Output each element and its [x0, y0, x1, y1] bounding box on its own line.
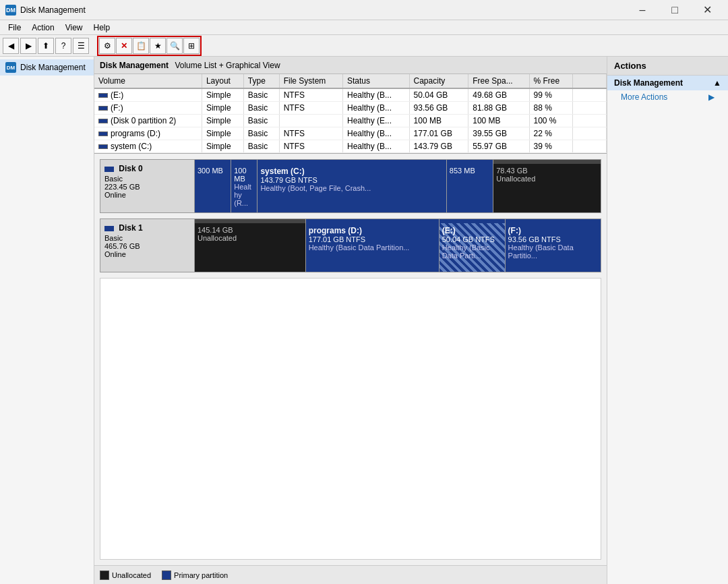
actions-collapse-icon: ▲: [713, 78, 721, 88]
minimize-button[interactable]: –: [627, 0, 658, 20]
cell-fs: NTFS: [279, 102, 342, 115]
window-controls: – □ ✕: [627, 0, 723, 20]
col-free[interactable]: Free Spa...: [468, 74, 529, 88]
legend-unallocated-box: [100, 571, 109, 580]
menu-help[interactable]: Help: [88, 22, 116, 34]
legend-unallocated-label: Unallocated: [112, 571, 151, 579]
cell-layout: Simple: [202, 88, 243, 102]
disk-partition[interactable]: system (C:)143.79 GB NTFSHealthy (Boot, …: [257, 160, 446, 212]
empty-disk-area: [100, 278, 601, 560]
cell-extra: [573, 127, 607, 140]
graphical-view: Disk 0 Basic 223.45 GB Online 300 MB100 …: [94, 154, 607, 565]
col-extra: [573, 74, 607, 88]
legend: Unallocated Primary partition: [94, 565, 607, 584]
tab-label: Disk Management: [100, 61, 169, 70]
legend-primary-box: [162, 571, 171, 580]
col-status[interactable]: Status: [343, 74, 410, 88]
close-button[interactable]: ✕: [692, 0, 723, 20]
cell-layout: Simple: [202, 127, 243, 140]
cell-pct: 39 %: [529, 140, 573, 153]
table-row[interactable]: programs (D:) Simple Basic NTFS Healthy …: [94, 127, 607, 140]
menu-file[interactable]: File: [3, 22, 26, 34]
cell-extra: [573, 115, 607, 127]
disk-partition[interactable]: 78.43 GBUnallocated: [493, 160, 601, 212]
disconnect-button[interactable]: ✕: [116, 38, 132, 54]
disk0-name: Disk 0: [104, 164, 190, 173]
refresh-button[interactable]: ★: [150, 38, 166, 54]
toolbar: ◀ ▶ ⬆ ? ☰ ⚙ ✕ 📋 ★ 🔍 ⊞: [0, 35, 728, 57]
table-row[interactable]: (F:) Simple Basic NTFS Healthy (B... 93.…: [94, 102, 607, 115]
forward-button[interactable]: ▶: [20, 38, 36, 54]
disk1-status: Online: [104, 250, 190, 258]
disk1-info: Disk 1 Basic 465.76 GB Online: [100, 219, 195, 272]
cell-free: 55.97 GB: [468, 140, 529, 153]
actions-more-arrow: ▶: [708, 92, 715, 102]
cell-layout: Simple: [202, 140, 243, 153]
app-icon: DM: [5, 5, 16, 16]
actions-more-label: More Actions: [621, 92, 667, 102]
col-capacity[interactable]: Capacity: [409, 74, 468, 88]
legend-primary-label: Primary partition: [174, 571, 228, 579]
actions-section-title[interactable]: Disk Management ▲: [607, 76, 728, 90]
cell-free: 100 MB: [468, 115, 529, 127]
cell-capacity: 100 MB: [409, 115, 468, 127]
help-button[interactable]: ?: [55, 38, 71, 54]
up-button[interactable]: ⬆: [38, 38, 54, 54]
tab-bar: Disk Management Volume List + Graphical …: [94, 57, 607, 74]
disk0-status: Online: [104, 191, 190, 199]
disk0-type: Basic: [104, 175, 190, 183]
cell-type: Basic: [243, 88, 279, 102]
disk1-row: Disk 1 Basic 465.76 GB Online 145.14 GBU…: [100, 218, 601, 272]
disk-partition[interactable]: (F:)93.56 GB NTFSHealthy (Basic Data Par…: [506, 219, 601, 272]
cell-fs: NTFS: [279, 127, 342, 140]
col-pct[interactable]: % Free: [529, 74, 573, 88]
maximize-button[interactable]: □: [659, 0, 690, 20]
volume-table: Volume Layout Type File System Status Ca…: [94, 74, 607, 153]
actions-more[interactable]: More Actions ▶: [607, 90, 728, 104]
nav-item-label: Disk Management: [20, 63, 86, 72]
cell-status: Healthy (B...: [343, 88, 410, 102]
cell-volume: (E:): [94, 88, 202, 102]
cell-status: Healthy (B...: [343, 127, 410, 140]
col-filesystem[interactable]: File System: [279, 74, 342, 88]
disk0-info: Disk 0 Basic 223.45 GB Online: [100, 160, 195, 212]
disk-partition[interactable]: programs (D:)177.01 GB NTFSHealthy (Basi…: [306, 219, 439, 272]
cell-free: 81.88 GB: [468, 102, 529, 115]
nav-item-disk-management[interactable]: DM Disk Management: [0, 59, 94, 76]
col-type[interactable]: Type: [243, 74, 279, 88]
cell-type: Basic: [243, 102, 279, 115]
col-volume[interactable]: Volume: [94, 74, 202, 88]
main-layout: DM Disk Management Disk Management Volum…: [0, 57, 728, 584]
disk0-size: 223.45 GB: [104, 183, 190, 191]
disk-partition[interactable]: 300 MB: [195, 160, 231, 212]
search-button[interactable]: 🔍: [166, 38, 183, 54]
back-button[interactable]: ◀: [3, 38, 19, 54]
actions-panel: Actions Disk Management ▲ More Actions ▶: [607, 57, 728, 584]
disk-partition[interactable]: 100 MBHealthy (R...: [231, 160, 257, 212]
col-layout[interactable]: Layout: [202, 74, 243, 88]
new-button[interactable]: 📋: [133, 38, 149, 54]
cell-volume: (F:): [94, 102, 202, 115]
menu-action[interactable]: Action: [26, 22, 59, 34]
table-row[interactable]: system (C:) Simple Basic NTFS Healthy (B…: [94, 140, 607, 153]
cell-status: Healthy (B...: [343, 140, 410, 153]
disk-partition[interactable]: 853 MB: [447, 160, 493, 212]
disk-partition[interactable]: 145.14 GBUnallocated: [195, 219, 306, 272]
cell-capacity: 177.01 GB: [409, 127, 468, 140]
cell-volume: (Disk 0 partition 2): [94, 115, 202, 127]
table-row[interactable]: (Disk 0 partition 2) Simple Basic Health…: [94, 115, 607, 127]
disk-partition[interactable]: (E:)50.04 GB NTFSHealthy (Basic Data Par…: [439, 219, 506, 272]
cell-type: Basic: [243, 140, 279, 153]
view-button[interactable]: ⊞: [183, 38, 200, 54]
connect-button[interactable]: ⚙: [99, 38, 115, 54]
titlebar: DM Disk Management – □ ✕: [0, 0, 728, 20]
legend-primary: Primary partition: [162, 571, 228, 580]
cell-pct: 99 %: [529, 88, 573, 102]
cell-layout: Simple: [202, 115, 243, 127]
properties-button[interactable]: ☰: [73, 38, 89, 54]
table-row[interactable]: (E:) Simple Basic NTFS Healthy (B... 50.…: [94, 88, 607, 102]
cell-capacity: 143.79 GB: [409, 140, 468, 153]
cell-capacity: 93.56 GB: [409, 102, 468, 115]
menu-view[interactable]: View: [60, 22, 88, 34]
cell-type: Basic: [243, 115, 279, 127]
